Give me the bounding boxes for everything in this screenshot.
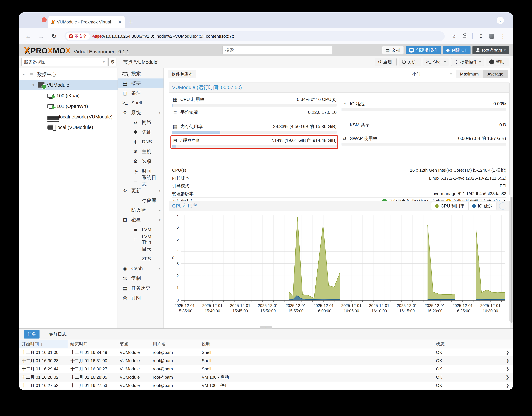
dns-icon: ⊕ xyxy=(132,139,139,145)
menu-item[interactable]: ⊕ DNS xyxy=(118,137,164,147)
package-versions-button[interactable]: 软件包版本 xyxy=(168,70,196,78)
node-action-button[interactable]: ⋮ 批量操作 ▾ xyxy=(451,58,484,66)
tree-item[interactable]: ▾ VUModule xyxy=(19,80,117,90)
menu-item[interactable]: ⇄ 网络 xyxy=(118,117,164,127)
shell-icon: >_ xyxy=(122,100,128,105)
menu-item[interactable]: ▤ 概要 xyxy=(118,78,164,88)
create-vm-button[interactable]: 创建虚拟机 xyxy=(406,46,441,54)
updates-icon: ↻ xyxy=(122,188,128,193)
collapse-chart-button[interactable]: − xyxy=(499,202,506,210)
tree-item[interactable]: 101 (OpenWrt) xyxy=(19,101,117,112)
menu-item[interactable]: 搜索 xyxy=(118,69,164,78)
close-window-button[interactable] xyxy=(42,17,47,22)
extensions-icon[interactable] xyxy=(463,34,466,38)
forward-button[interactable]: → xyxy=(38,33,45,40)
node-action-button[interactable]: ? 帮助 xyxy=(486,58,509,66)
time-range-select[interactable]: 小时 ▾ xyxy=(410,70,454,78)
chevron-down-icon: ▾ xyxy=(444,60,446,64)
column-header[interactable]: 结束时间 xyxy=(68,340,117,348)
view-select[interactable]: 服务器视图 ▾ xyxy=(21,58,107,66)
menu-item[interactable]: ⊟ 磁盘 ▾ xyxy=(118,215,164,225)
menu-item[interactable]: □ LVM-Thin xyxy=(118,235,164,244)
dock-tab[interactable]: 集群日志 xyxy=(46,330,70,339)
tree-settings-button[interactable]: ⚙ xyxy=(108,58,117,66)
task-row[interactable]: 十二月 01 16:29:44十二月 01 16:30:27VUModulero… xyxy=(19,365,513,373)
task-row[interactable]: 十二月 01 16:31:00十二月 01 16:34:49VUModulero… xyxy=(19,349,513,357)
downloads-icon[interactable]: ↧ xyxy=(479,33,484,39)
tree-expander-icon[interactable]: ▾ xyxy=(22,72,26,77)
metric-row: ▦ CPU 利用率 0.34% of 16 CPU(s) xyxy=(172,96,337,107)
notes-icon: ▢ xyxy=(122,90,128,96)
task-row[interactable]: 十二月 01 16:30:28十二月 01 16:31:00VUModulero… xyxy=(19,357,513,365)
tree-item[interactable]: localnetwork (VUModule) xyxy=(19,112,117,122)
svg-text:1: 1 xyxy=(177,286,179,290)
menu-item[interactable]: ▤ 任务历史 xyxy=(118,283,164,293)
tree-expander-icon[interactable]: ▾ xyxy=(31,83,36,87)
reload-button[interactable]: ↻ xyxy=(50,33,58,40)
address-bar[interactable]: ✕ 不安全 https://10.10.10.254:8006/#v1:0:=n… xyxy=(65,31,445,41)
tab-search-chevron-icon[interactable]: ⌄ xyxy=(497,17,504,24)
node-action-button[interactable]: 关机 xyxy=(399,58,421,66)
menu-item[interactable]: ■ LVM xyxy=(118,225,164,235)
menu-item[interactable]: ⚙ 选项 xyxy=(118,156,164,166)
tab-title: VUModule - Proxmox Virtual E xyxy=(57,19,111,25)
column-header[interactable]: 用户名 xyxy=(150,340,199,348)
overview-icon: ▤ xyxy=(122,80,128,86)
task-row[interactable]: 十二月 01 16:28:02十二月 01 16:28:05VUModulero… xyxy=(19,373,513,381)
menu-item[interactable]: ZFS xyxy=(118,254,164,264)
menu-item[interactable]: ⚙ 系统 ▾ xyxy=(118,108,164,117)
scrollbar-thumb[interactable] xyxy=(511,197,513,323)
menu-item[interactable]: ≡ 系统日志 xyxy=(118,176,164,186)
node-icon xyxy=(38,82,44,88)
menu-item[interactable]: ⇆ 复制 xyxy=(118,274,164,283)
extension-logo-icon[interactable] xyxy=(489,34,494,39)
dock-collapse-handle[interactable]: ▼ xyxy=(260,326,272,329)
book-icon: ▤ xyxy=(386,47,390,53)
vm-icon xyxy=(48,104,54,108)
column-header[interactable]: 状态 xyxy=(433,340,498,348)
user-menu-button[interactable]: root@pam ▾ xyxy=(473,46,509,54)
task-row[interactable]: 十二月 01 16:27:52十二月 01 16:27:53VUModulero… xyxy=(19,381,513,390)
global-search-input[interactable] xyxy=(222,46,332,54)
node-action-button[interactable]: >_ Shell ▾ xyxy=(423,58,449,66)
security-label: 不安全 xyxy=(74,34,87,39)
task-dock: ▼ 任务集群日志 开始时间↓结束时间节点用户名说明状态 十二月 01 16:31… xyxy=(19,328,513,390)
menu-item[interactable]: 目录 xyxy=(118,244,164,254)
tree-item[interactable]: local (VUModule) xyxy=(19,122,117,133)
menu-expander-icon: ▸ xyxy=(159,208,161,212)
menu-item[interactable]: ✱ 凭证 xyxy=(118,127,164,137)
maximum-button[interactable]: Maximum xyxy=(456,70,483,78)
svg-text:2025-12-01: 2025-12-01 xyxy=(286,303,306,308)
column-header[interactable]: 节点 xyxy=(117,340,150,348)
tab-close-icon[interactable]: ✕ xyxy=(118,19,122,25)
info-row: 内核版本 Linux 6.17.2-1-pve (2025-10-21T11:5… xyxy=(172,174,506,182)
browser-tab[interactable]: X VUModule - Proxmox Virtual E ✕ xyxy=(48,16,125,28)
tree-item[interactable]: 100 (iKuai) xyxy=(19,90,117,101)
legend-item[interactable]: CPU 利用率 xyxy=(431,202,468,210)
menu-item[interactable]: ◉ Ceph ▸ xyxy=(118,264,164,274)
dock-tab[interactable]: 任务 xyxy=(24,330,39,339)
legend-item[interactable]: IO 延迟 xyxy=(468,202,496,210)
menu-item[interactable]: >_ Shell xyxy=(118,98,164,108)
menu-item[interactable]: ⊕ 主机 xyxy=(118,147,164,156)
chart-title: CPU利用率 xyxy=(172,203,197,209)
menu-item[interactable]: 防火墙 ▸ xyxy=(118,205,164,215)
browser-menu-icon[interactable]: ⋮ xyxy=(500,33,506,39)
column-header[interactable]: 说明 xyxy=(199,340,433,348)
create-ct-button[interactable]: ◆ 创建 CT xyxy=(443,46,471,54)
menu-item[interactable]: 存储库 xyxy=(118,195,164,205)
average-button[interactable]: Average xyxy=(483,70,508,78)
tree-item[interactable]: ▾ ≣ 数据中心 xyxy=(19,69,117,80)
menu-item[interactable]: ◎ 订阅 xyxy=(118,293,164,303)
new-tab-button[interactable]: + xyxy=(129,19,133,25)
back-button[interactable]: ← xyxy=(25,33,32,40)
row-chevron-icon: ❯ xyxy=(498,381,513,389)
menu-item[interactable]: ▢ 备注 xyxy=(118,88,164,98)
bookmark-star-icon[interactable]: ☆ xyxy=(452,33,457,39)
content-scrollbar[interactable] xyxy=(510,68,513,328)
tab-strip: X VUModule - Proxmox Virtual E ✕ + ⌄ xyxy=(19,12,513,28)
documentation-button[interactable]: ▤ 文档 xyxy=(382,46,404,54)
node-action-button[interactable]: ↺ 重启 xyxy=(375,58,397,66)
security-badge[interactable]: ✕ 不安全 xyxy=(66,33,90,40)
column-header[interactable]: 开始时间↓ xyxy=(19,340,68,348)
